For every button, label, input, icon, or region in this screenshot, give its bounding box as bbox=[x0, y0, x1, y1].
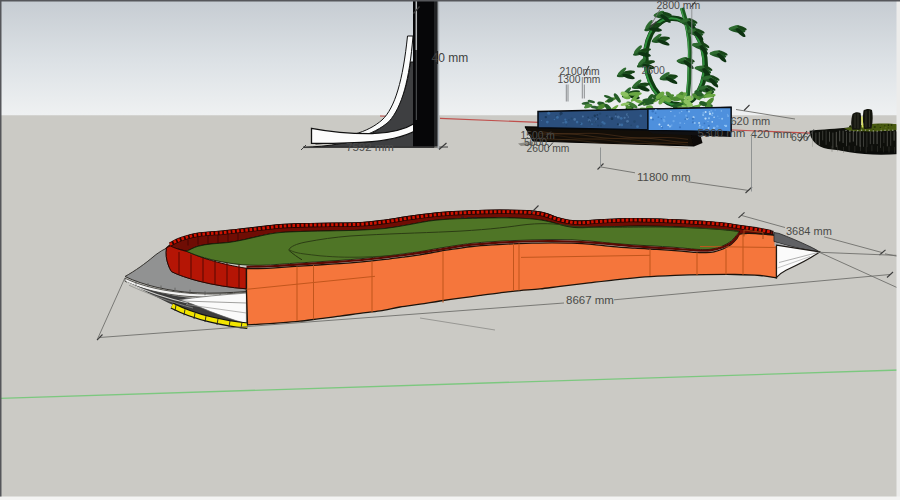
svg-text:7592 mm: 7592 mm bbox=[346, 141, 394, 153]
svg-text:5300 mm: 5300 mm bbox=[698, 127, 746, 139]
svg-text:1300 mm: 1300 mm bbox=[558, 74, 601, 85]
svg-text:11800 mm: 11800 mm bbox=[637, 171, 690, 183]
svg-text:620 mm: 620 mm bbox=[731, 115, 771, 127]
svg-text:2600 mm: 2600 mm bbox=[527, 143, 570, 154]
svg-text:2600: 2600 bbox=[642, 64, 666, 76]
svg-text:420 mm: 420 mm bbox=[751, 128, 793, 140]
svg-text:2800 mm: 2800 mm bbox=[657, 0, 701, 11]
svg-text:3684 mm: 3684 mm bbox=[786, 225, 832, 237]
svg-text:40 mm: 40 mm bbox=[432, 51, 469, 65]
svg-text:8667 mm: 8667 mm bbox=[566, 294, 614, 306]
